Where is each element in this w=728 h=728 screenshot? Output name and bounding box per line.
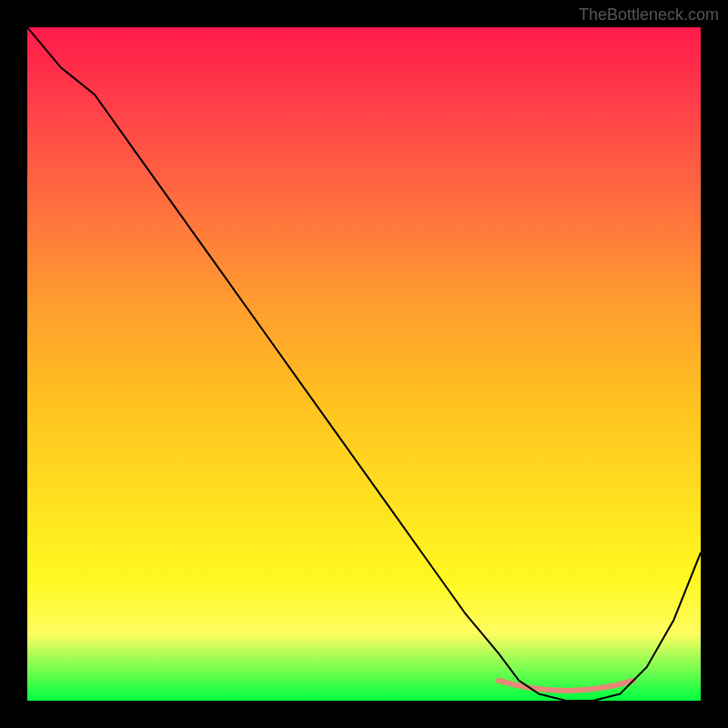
accent-band xyxy=(499,681,633,691)
chart-svg xyxy=(27,27,701,701)
chart-plot-area xyxy=(27,27,701,701)
bottleneck-curve xyxy=(27,27,701,701)
watermark-text: TheBottleneck.com xyxy=(579,5,719,25)
